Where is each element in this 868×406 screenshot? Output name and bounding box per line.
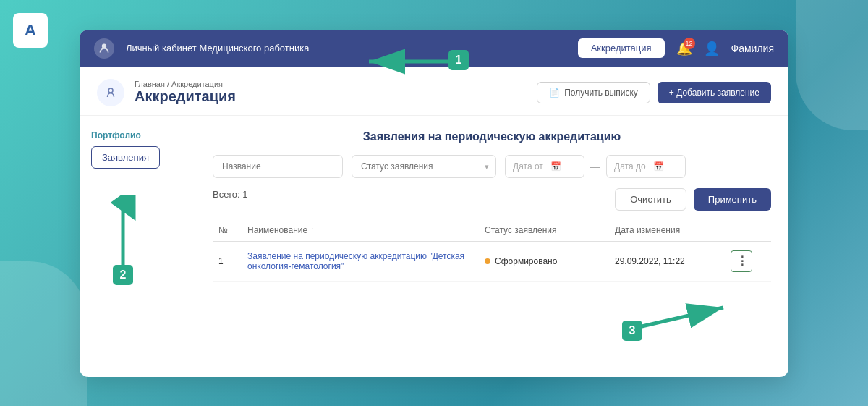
- col-header-date: Дата изменения: [615, 225, 731, 235]
- col-header-number: №: [218, 225, 247, 235]
- table-stats: Всего: 1: [213, 189, 248, 200]
- col-header-status: Статус заявления: [485, 225, 615, 235]
- content-area: Портфолио Заявления Заявления на периоди…: [80, 116, 788, 376]
- application-link[interactable]: Заявление на периодическую аккредитацию …: [247, 251, 464, 271]
- nav-logo-icon: [94, 38, 114, 59]
- sidebar: Портфолио Заявления: [80, 116, 195, 376]
- table-row: 1 Заявление на периодическую аккредитаци…: [213, 242, 771, 282]
- nav-user-icon[interactable]: 👤: [704, 41, 720, 56]
- nav-surname: Фамилия: [731, 43, 774, 54]
- date-to-input[interactable]: Дата до 📅: [606, 155, 686, 178]
- add-application-button[interactable]: + Добавить заявление: [658, 82, 771, 103]
- sidebar-item-applications[interactable]: Заявления: [91, 146, 160, 169]
- apply-button[interactable]: Применить: [694, 188, 771, 211]
- cell-number: 1: [218, 256, 247, 266]
- page-header-right: 📄 Получить выписку + Добавить заявление: [537, 82, 771, 103]
- sort-icon: ↑: [310, 226, 314, 234]
- nav-right-icons: 🔔 12 👤 Фамилия: [676, 41, 774, 56]
- bg-shape-right: [796, 0, 868, 130]
- svg-point-12: [102, 43, 106, 48]
- main-card: Личный кабинет Медицинского работника Ак…: [80, 30, 788, 377]
- page-header-left: Главная / Аккредитация Аккредитация: [97, 79, 236, 106]
- sidebar-section-label: Портфолио: [91, 130, 183, 140]
- breadcrumb: Главная / Аккредитация: [135, 80, 236, 88]
- app-logo: А: [13, 13, 48, 48]
- filter-name-input[interactable]: [213, 155, 343, 178]
- nav-tab-accreditation[interactable]: Аккредитация: [578, 38, 665, 58]
- col-header-actions: [731, 225, 765, 235]
- filters-row: Дата от 📅 — Дата до 📅: [213, 155, 771, 178]
- section-title: Заявления на периодическую аккредитацию: [213, 130, 771, 143]
- page-title: Аккредитация: [135, 88, 236, 105]
- col-header-name[interactable]: Наименование ↑: [247, 225, 485, 235]
- table-header: № Наименование ↑ Статус заявления Дата и…: [213, 219, 771, 242]
- date-group: Дата от 📅 — Дата до 📅: [505, 155, 686, 178]
- data-table: № Наименование ↑ Статус заявления Дата и…: [213, 219, 771, 282]
- actions-row: Очистить Применить: [615, 188, 771, 211]
- date-separator: —: [590, 161, 600, 172]
- nav-bell[interactable]: 🔔 12: [676, 41, 692, 56]
- logo-text: А: [25, 21, 36, 40]
- page-accreditation-icon: [97, 79, 124, 106]
- clear-button[interactable]: Очистить: [615, 188, 686, 211]
- cell-name: Заявление на периодическую аккредитацию …: [247, 251, 485, 271]
- calendar-icon-2: 📅: [653, 161, 664, 172]
- cell-status: Сформировано: [485, 256, 615, 266]
- date-from-input[interactable]: Дата от 📅: [505, 155, 584, 178]
- calendar-icon: 📅: [550, 161, 561, 172]
- nav-bell-badge: 12: [684, 38, 695, 49]
- action-menu-button[interactable]: ⋮: [731, 250, 752, 272]
- table-rows: 1 Заявление на периодическую аккредитаци…: [213, 242, 771, 282]
- page-title-group: Главная / Аккредитация Аккредитация: [135, 80, 236, 105]
- filter-status-input[interactable]: [352, 155, 496, 178]
- status-dot: [485, 258, 490, 264]
- filter-status-wrapper: [352, 155, 496, 178]
- status-text: Сформировано: [495, 256, 557, 266]
- get-extract-button[interactable]: 📄 Получить выписку: [537, 82, 650, 103]
- nav-title: Личный кабинет Медицинского работника: [126, 43, 566, 54]
- top-nav: Личный кабинет Медицинского работника Ак…: [80, 30, 788, 67]
- cell-date: 29.09.2022, 11:22: [615, 256, 731, 266]
- bg-shape-left: [0, 261, 87, 406]
- document-icon: 📄: [549, 88, 560, 98]
- cell-actions: ⋮: [731, 250, 765, 272]
- svg-point-13: [109, 88, 113, 93]
- page-header: Главная / Аккредитация Аккредитация 📄 По…: [80, 67, 788, 116]
- main-content: Заявления на периодическую аккредитацию …: [195, 116, 788, 376]
